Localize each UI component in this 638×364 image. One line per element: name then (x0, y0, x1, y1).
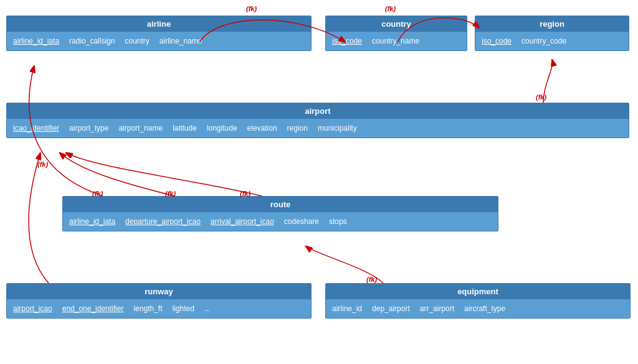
arrow-route-departure (59, 152, 174, 196)
field-airline-name: airline_name (160, 37, 202, 45)
table-country-fields: iso_code country_name (326, 32, 467, 50)
field-radio-callsign: radio_callsign (69, 37, 115, 45)
table-runway-fields: airport_icao end_one_identifier length_f… (7, 299, 311, 318)
field-route-airline-id-iata: airline_id_iata (69, 217, 115, 226)
table-airline-header: airline (7, 16, 311, 32)
field-ellipsis: ... (204, 304, 211, 313)
fk-label-runway-airport: (fk) (37, 161, 48, 168)
table-route: route airline_id_iata departure_airport_… (62, 196, 498, 231)
field-country-iso-code: iso_code (332, 37, 362, 45)
table-region-header: region (475, 16, 629, 32)
field-municipality: municipality (318, 124, 357, 133)
fk-label-equipment: (fk) (366, 276, 377, 283)
field-lighted: lighted (173, 304, 194, 313)
field-departure-airport-icao: departure_airport_icao (125, 217, 201, 226)
field-icao-identifier: icao_identifier (13, 124, 59, 133)
fk-label-route-arrival: (fk) (240, 190, 250, 197)
table-region: region iso_code country_code (475, 16, 629, 51)
field-airport-name: airport_name (118, 124, 163, 133)
field-codeshare: codeshare (284, 217, 319, 226)
field-country-name: country_name (372, 37, 419, 45)
fk-label-route-airline: (fk) (92, 190, 103, 197)
table-route-fields: airline_id_iata departure_airport_icao a… (63, 212, 498, 231)
field-dep-airport: dep_airport (372, 304, 410, 313)
table-airport: airport icao_identifier airport_type air… (6, 103, 629, 138)
field-airline-id-iata: airline_id_iata (13, 37, 59, 45)
field-end-one-identifier: end_one_identifier (62, 304, 124, 313)
table-country: country iso_code country_name (325, 16, 467, 51)
arrow-runway-airport (29, 152, 49, 283)
field-arr-airport: arr_airport (420, 304, 454, 313)
table-equipment-fields: airline_id dep_airport arr_airport aircr… (326, 299, 630, 318)
table-runway: runway airport_icao end_one_identifier l… (6, 283, 312, 319)
field-region-iso-code: iso_code (482, 37, 512, 45)
field-region-country-code: country_code (521, 37, 566, 45)
table-country-header: country (326, 16, 467, 32)
fk-label-route-departure: (fk) (165, 190, 176, 197)
field-elevation: elevation (247, 124, 277, 133)
table-airport-fields: icao_identifier airport_type airport_nam… (7, 119, 629, 138)
field-aircraft-type: aircraft_type (464, 304, 505, 313)
table-route-header: route (63, 197, 498, 212)
field-airline-country: country (125, 37, 149, 45)
table-equipment: equipment airline_id dep_airport arr_air… (325, 283, 631, 319)
field-latitude: latitude (173, 124, 197, 133)
field-airport-icao: airport_icao (13, 304, 52, 313)
field-stops: stops (329, 217, 347, 226)
table-runway-header: runway (7, 284, 311, 299)
field-length-ft: length_ft (133, 304, 162, 313)
fk-label-airport-region: (fk) (536, 93, 546, 101)
table-airport-header: airport (7, 103, 629, 119)
table-equipment-header: equipment (326, 284, 630, 299)
table-airline: airline airline_id_iata radio_callsign c… (6, 16, 312, 51)
field-eq-airline-id: airline_id (332, 304, 362, 313)
field-airport-type: airport_type (69, 124, 108, 133)
field-longitude: longitude (207, 124, 237, 133)
field-arrival-airport-icao: arrival_airport_icao (211, 217, 274, 226)
field-airport-region: region (287, 124, 308, 133)
fk-label-airline-country: (fk) (246, 5, 257, 12)
table-airline-fields: airline_id_iata radio_callsign country a… (7, 32, 311, 50)
fk-label-country-region: (fk) (385, 5, 396, 12)
table-region-fields: iso_code country_code (475, 32, 629, 50)
diagram-container: airline airline_id_iata radio_callsign c… (0, 0, 638, 364)
